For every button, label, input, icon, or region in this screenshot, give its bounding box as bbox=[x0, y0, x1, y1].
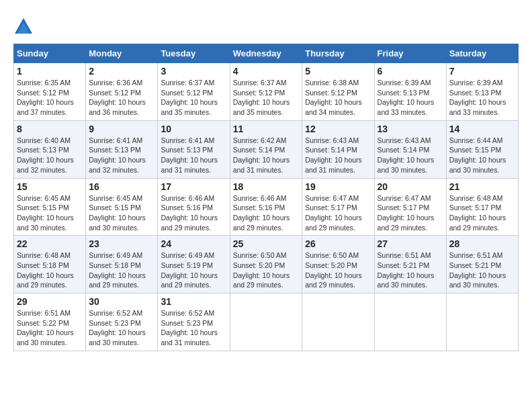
calendar-cell: 3 Sunrise: 6:37 AMSunset: 5:12 PMDayligh… bbox=[158, 63, 230, 121]
day-number: 9 bbox=[89, 124, 154, 134]
day-info: Sunrise: 6:50 AMSunset: 5:20 PMDaylight:… bbox=[233, 251, 290, 289]
day-number: 4 bbox=[233, 66, 300, 77]
calendar-cell: 7 Sunrise: 6:39 AMSunset: 5:13 PMDayligh… bbox=[446, 63, 518, 121]
day-number: 28 bbox=[449, 238, 515, 249]
day-info: Sunrise: 6:39 AMSunset: 5:13 PMDaylight:… bbox=[449, 79, 506, 116]
calendar-cell: 25 Sunrise: 6:50 AMSunset: 5:20 PMDaylig… bbox=[230, 236, 302, 293]
calendar-week-row: 8 Sunrise: 6:40 AMSunset: 5:13 PMDayligh… bbox=[14, 120, 519, 178]
day-number: 18 bbox=[233, 181, 300, 192]
day-number: 11 bbox=[233, 124, 300, 134]
weekday-header-thursday: Thursday bbox=[302, 44, 374, 63]
day-info: Sunrise: 6:42 AMSunset: 5:14 PMDaylight:… bbox=[233, 136, 290, 174]
day-info: Sunrise: 6:51 AMSunset: 5:21 PMDaylight:… bbox=[378, 251, 435, 289]
day-info: Sunrise: 6:37 AMSunset: 5:12 PMDaylight:… bbox=[233, 79, 290, 116]
calendar-cell: 31 Sunrise: 6:52 AMSunset: 5:23 PMDaylig… bbox=[158, 293, 230, 351]
weekday-header-monday: Monday bbox=[86, 44, 158, 63]
calendar-cell: 9 Sunrise: 6:41 AMSunset: 5:13 PMDayligh… bbox=[86, 120, 158, 178]
day-info: Sunrise: 6:48 AMSunset: 5:17 PMDaylight:… bbox=[449, 194, 506, 232]
calendar-table: SundayMondayTuesdayWednesdayThursdayFrid… bbox=[13, 44, 519, 351]
calendar-cell bbox=[374, 293, 446, 351]
day-info: Sunrise: 6:51 AMSunset: 5:22 PMDaylight:… bbox=[17, 309, 74, 347]
day-info: Sunrise: 6:52 AMSunset: 5:23 PMDaylight:… bbox=[89, 309, 146, 347]
day-number: 29 bbox=[17, 296, 83, 307]
day-number: 17 bbox=[161, 181, 226, 192]
calendar-cell: 18 Sunrise: 6:46 AMSunset: 5:16 PMDaylig… bbox=[230, 178, 302, 236]
calendar-cell: 22 Sunrise: 6:48 AMSunset: 5:18 PMDaylig… bbox=[14, 236, 86, 293]
calendar-cell: 11 Sunrise: 6:42 AMSunset: 5:14 PMDaylig… bbox=[230, 120, 302, 178]
calendar-cell: 26 Sunrise: 6:50 AMSunset: 5:20 PMDaylig… bbox=[302, 236, 374, 293]
day-info: Sunrise: 6:41 AMSunset: 5:13 PMDaylight:… bbox=[89, 136, 146, 174]
day-number: 23 bbox=[89, 238, 154, 249]
day-number: 20 bbox=[378, 181, 443, 192]
calendar-cell: 23 Sunrise: 6:49 AMSunset: 5:18 PMDaylig… bbox=[86, 236, 158, 293]
day-number: 14 bbox=[449, 124, 515, 134]
day-info: Sunrise: 6:49 AMSunset: 5:19 PMDaylight:… bbox=[161, 251, 218, 289]
day-number: 2 bbox=[89, 66, 154, 77]
weekday-header-saturday: Saturday bbox=[446, 44, 518, 63]
calendar-cell: 14 Sunrise: 6:44 AMSunset: 5:15 PMDaylig… bbox=[446, 120, 518, 178]
day-info: Sunrise: 6:41 AMSunset: 5:13 PMDaylight:… bbox=[161, 136, 218, 174]
weekday-header-tuesday: Tuesday bbox=[158, 44, 230, 63]
calendar-cell: 10 Sunrise: 6:41 AMSunset: 5:13 PMDaylig… bbox=[158, 120, 230, 178]
page-header bbox=[13, 13, 519, 37]
calendar-cell bbox=[230, 293, 302, 351]
day-info: Sunrise: 6:37 AMSunset: 5:12 PMDaylight:… bbox=[161, 79, 218, 116]
day-number: 24 bbox=[161, 238, 226, 249]
weekday-header-row: SundayMondayTuesdayWednesdayThursdayFrid… bbox=[14, 44, 519, 63]
day-number: 5 bbox=[305, 66, 371, 77]
day-info: Sunrise: 6:51 AMSunset: 5:21 PMDaylight:… bbox=[449, 251, 506, 289]
calendar-cell: 24 Sunrise: 6:49 AMSunset: 5:19 PMDaylig… bbox=[158, 236, 230, 293]
calendar-cell: 17 Sunrise: 6:46 AMSunset: 5:16 PMDaylig… bbox=[158, 178, 230, 236]
day-number: 26 bbox=[305, 238, 371, 249]
calendar-cell bbox=[446, 293, 518, 351]
calendar-cell: 1 Sunrise: 6:35 AMSunset: 5:12 PMDayligh… bbox=[14, 63, 86, 121]
day-info: Sunrise: 6:47 AMSunset: 5:17 PMDaylight:… bbox=[378, 194, 435, 232]
day-info: Sunrise: 6:46 AMSunset: 5:16 PMDaylight:… bbox=[233, 194, 290, 232]
calendar-cell: 27 Sunrise: 6:51 AMSunset: 5:21 PMDaylig… bbox=[374, 236, 446, 293]
day-number: 8 bbox=[17, 124, 83, 134]
calendar-week-row: 15 Sunrise: 6:45 AMSunset: 5:15 PMDaylig… bbox=[14, 178, 519, 236]
day-number: 22 bbox=[17, 238, 83, 249]
day-info: Sunrise: 6:36 AMSunset: 5:12 PMDaylight:… bbox=[89, 79, 146, 116]
day-number: 16 bbox=[89, 181, 154, 192]
day-info: Sunrise: 6:44 AMSunset: 5:15 PMDaylight:… bbox=[449, 136, 506, 174]
calendar-cell: 20 Sunrise: 6:47 AMSunset: 5:17 PMDaylig… bbox=[374, 178, 446, 236]
day-info: Sunrise: 6:49 AMSunset: 5:18 PMDaylight:… bbox=[89, 251, 146, 289]
calendar-cell: 28 Sunrise: 6:51 AMSunset: 5:21 PMDaylig… bbox=[446, 236, 518, 293]
day-info: Sunrise: 6:40 AMSunset: 5:13 PMDaylight:… bbox=[17, 136, 74, 174]
calendar-week-row: 22 Sunrise: 6:48 AMSunset: 5:18 PMDaylig… bbox=[14, 236, 519, 293]
day-info: Sunrise: 6:38 AMSunset: 5:12 PMDaylight:… bbox=[305, 79, 362, 116]
calendar-cell: 12 Sunrise: 6:43 AMSunset: 5:14 PMDaylig… bbox=[302, 120, 374, 178]
day-number: 25 bbox=[233, 238, 300, 249]
calendar-week-row: 29 Sunrise: 6:51 AMSunset: 5:22 PMDaylig… bbox=[14, 293, 519, 351]
weekday-header-sunday: Sunday bbox=[14, 44, 86, 63]
calendar-cell: 2 Sunrise: 6:36 AMSunset: 5:12 PMDayligh… bbox=[86, 63, 158, 121]
calendar-cell: 8 Sunrise: 6:40 AMSunset: 5:13 PMDayligh… bbox=[14, 120, 86, 178]
day-info: Sunrise: 6:43 AMSunset: 5:14 PMDaylight:… bbox=[305, 136, 362, 174]
calendar-cell: 13 Sunrise: 6:43 AMSunset: 5:14 PMDaylig… bbox=[374, 120, 446, 178]
calendar-cell: 29 Sunrise: 6:51 AMSunset: 5:22 PMDaylig… bbox=[14, 293, 86, 351]
day-number: 30 bbox=[89, 296, 154, 307]
day-number: 27 bbox=[378, 238, 443, 249]
day-number: 7 bbox=[449, 66, 515, 77]
weekday-header-friday: Friday bbox=[374, 44, 446, 63]
calendar-cell: 16 Sunrise: 6:45 AMSunset: 5:15 PMDaylig… bbox=[86, 178, 158, 236]
weekday-header-wednesday: Wednesday bbox=[230, 44, 302, 63]
logo-icon bbox=[13, 17, 34, 37]
day-number: 6 bbox=[378, 66, 443, 77]
day-info: Sunrise: 6:52 AMSunset: 5:23 PMDaylight:… bbox=[161, 309, 218, 347]
day-info: Sunrise: 6:45 AMSunset: 5:15 PMDaylight:… bbox=[17, 194, 74, 232]
calendar-header: SundayMondayTuesdayWednesdayThursdayFrid… bbox=[14, 44, 519, 63]
day-number: 19 bbox=[305, 181, 371, 192]
day-info: Sunrise: 6:39 AMSunset: 5:13 PMDaylight:… bbox=[378, 79, 435, 116]
calendar-cell: 15 Sunrise: 6:45 AMSunset: 5:15 PMDaylig… bbox=[14, 178, 86, 236]
calendar-cell: 30 Sunrise: 6:52 AMSunset: 5:23 PMDaylig… bbox=[86, 293, 158, 351]
calendar-cell bbox=[302, 293, 374, 351]
calendar-body: 1 Sunrise: 6:35 AMSunset: 5:12 PMDayligh… bbox=[14, 63, 519, 351]
calendar-cell: 4 Sunrise: 6:37 AMSunset: 5:12 PMDayligh… bbox=[230, 63, 302, 121]
day-number: 21 bbox=[449, 181, 515, 192]
day-info: Sunrise: 6:45 AMSunset: 5:15 PMDaylight:… bbox=[89, 194, 146, 232]
day-info: Sunrise: 6:48 AMSunset: 5:18 PMDaylight:… bbox=[17, 251, 74, 289]
logo bbox=[13, 17, 36, 37]
calendar-cell: 6 Sunrise: 6:39 AMSunset: 5:13 PMDayligh… bbox=[374, 63, 446, 121]
